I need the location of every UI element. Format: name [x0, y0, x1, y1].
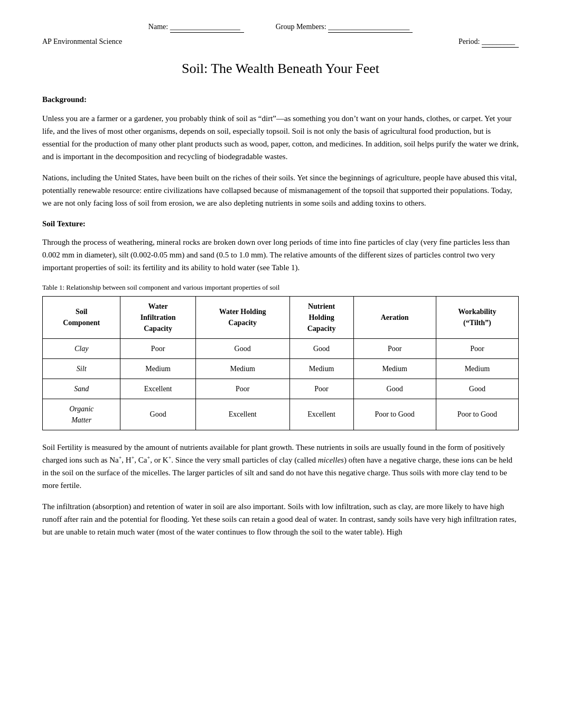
- header-top: Name: ___________________ Group Members:…: [42, 21, 519, 33]
- cell-silt-workability: Medium: [436, 358, 518, 379]
- page-title: Soil: The Wealth Beneath Your Feet: [42, 58, 519, 79]
- group-label: Group Members:: [276, 23, 326, 31]
- cell-organic-workability: Poor to Good: [436, 399, 518, 430]
- cell-clay-workability: Poor: [436, 338, 518, 358]
- col-header-water-holding: Water HoldingCapacity: [195, 296, 289, 338]
- cell-sand-nutrient: Poor: [289, 379, 353, 399]
- soil-properties-table: SoilComponent WaterInfiltrationCapacity …: [42, 296, 519, 430]
- background-section: Background: Unless you are a farmer or a…: [42, 94, 519, 209]
- cell-sand-infiltration: Excellent: [120, 379, 195, 399]
- cell-clay-nutrient: Good: [289, 338, 353, 358]
- cell-organic-infiltration: Good: [120, 399, 195, 430]
- cell-sand-component: Sand: [43, 379, 120, 399]
- table-row: OrganicMatter Good Excellent Excellent P…: [43, 399, 519, 430]
- cell-clay-water-holding: Good: [195, 338, 289, 358]
- cell-organic-water-holding: Excellent: [195, 399, 289, 430]
- table-header-row: SoilComponent WaterInfiltrationCapacity …: [43, 296, 519, 338]
- soil-texture-section: Soil Texture: Through the process of wea…: [42, 218, 519, 538]
- table-row: Silt Medium Medium Medium Medium Medium: [43, 358, 519, 379]
- table-row: Sand Excellent Poor Poor Good Good: [43, 379, 519, 399]
- soil-texture-paragraph-1: Through the process of weathering, miner…: [42, 236, 519, 274]
- background-paragraph-1: Unless you are a farmer or a gardener, y…: [42, 112, 519, 163]
- cell-organic-aeration: Poor to Good: [353, 399, 436, 430]
- name-section: Name: ___________________: [148, 21, 244, 33]
- group-underline[interactable]: ______________________: [328, 21, 413, 33]
- col-header-water-infiltration: WaterInfiltrationCapacity: [120, 296, 195, 338]
- cell-silt-component: Silt: [43, 358, 120, 379]
- background-paragraph-2: Nations, including the United States, ha…: [42, 171, 519, 209]
- cell-silt-water-holding: Medium: [195, 358, 289, 379]
- background-heading: Background:: [42, 94, 519, 106]
- soil-texture-heading: Soil Texture:: [42, 218, 519, 230]
- col-header-aeration: Aeration: [353, 296, 436, 338]
- cell-sand-water-holding: Poor: [195, 379, 289, 399]
- cell-silt-aeration: Medium: [353, 358, 436, 379]
- col-header-workability: Workability(“Tilth”): [436, 296, 518, 338]
- cell-clay-aeration: Poor: [353, 338, 436, 358]
- cell-organic-component: OrganicMatter: [43, 399, 120, 430]
- course-label: AP Environmental Science: [42, 36, 122, 48]
- col-header-nutrient-holding: NutrientHoldingCapacity: [289, 296, 353, 338]
- cell-silt-nutrient: Medium: [289, 358, 353, 379]
- period-label: Period:: [459, 38, 480, 45]
- col-header-soil-component: SoilComponent: [43, 296, 120, 338]
- cell-clay-component: Clay: [43, 338, 120, 358]
- header-meta: AP Environmental Science Period: _______…: [42, 36, 519, 48]
- period-underline[interactable]: _________: [482, 36, 519, 48]
- period-section: Period: _________: [459, 36, 519, 48]
- table-caption: Table 1: Relationship between soil compo…: [42, 282, 519, 293]
- group-section: Group Members: ______________________: [276, 21, 413, 33]
- name-underline[interactable]: ___________________: [170, 21, 244, 33]
- cell-clay-infiltration: Poor: [120, 338, 195, 358]
- infiltration-paragraph: The infiltration (absorption) and retent…: [42, 500, 519, 538]
- soil-fertility-paragraph: Soil Fertility is measured by the amount…: [42, 441, 519, 492]
- name-label: Name:: [148, 23, 168, 31]
- cell-silt-infiltration: Medium: [120, 358, 195, 379]
- cell-sand-aeration: Good: [353, 379, 436, 399]
- table-row: Clay Poor Good Good Poor Poor: [43, 338, 519, 358]
- cell-organic-nutrient: Excellent: [289, 399, 353, 430]
- cell-sand-workability: Good: [436, 379, 518, 399]
